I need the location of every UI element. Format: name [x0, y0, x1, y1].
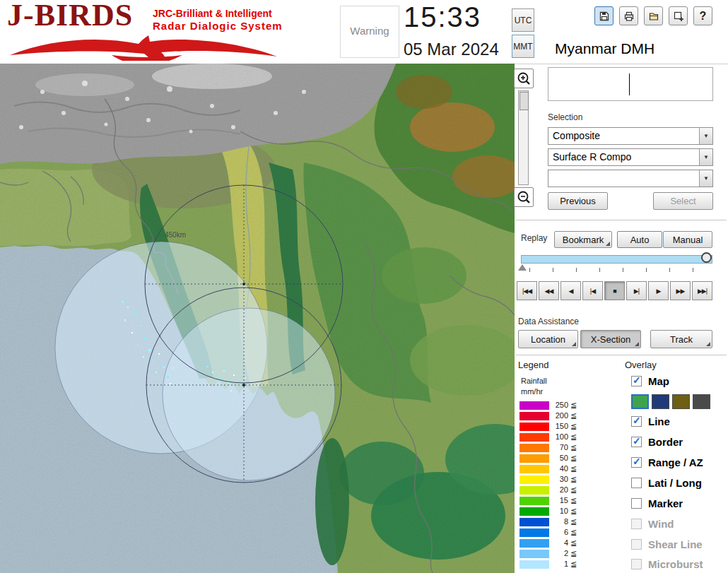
save-button[interactable] — [594, 6, 613, 25]
legend-section-label: Legend — [518, 360, 548, 370]
overlay-item-label: Wind — [648, 518, 674, 530]
lte-symbol: ≦ — [570, 411, 577, 420]
chevron-down-icon[interactable]: ▼ — [699, 128, 712, 144]
range-az-checkbox[interactable] — [631, 457, 642, 468]
composite-dropdown-value: Composite — [548, 128, 712, 144]
overlay-item-label: Shear Line — [648, 538, 703, 550]
legend-value: 100 — [548, 432, 568, 441]
data-assistance-label: Data Assistance — [518, 317, 579, 326]
legend-color-swatch — [519, 560, 549, 569]
time-slider-marker-icon[interactable] — [518, 264, 527, 271]
border-checkbox[interactable] — [631, 437, 642, 447]
legend-row: 100≦ — [519, 432, 590, 443]
message-textbox[interactable] — [548, 67, 713, 101]
playback-last-button[interactable]: ▶▶| — [692, 281, 712, 300]
legend-value: 10 — [548, 507, 568, 515]
playback-first-button[interactable]: |◀◀ — [517, 281, 537, 300]
clock-time: 15:33 — [404, 1, 481, 33]
playback-forward-button[interactable]: ▶▶ — [670, 281, 691, 300]
time-slider-handle[interactable] — [701, 252, 712, 263]
warning-label: Warning — [341, 25, 399, 37]
lte-symbol: ≦ — [570, 538, 577, 548]
track-button[interactable]: Track — [650, 330, 712, 348]
legend-value: 250 — [548, 401, 568, 409]
radar-map[interactable]: 450km — [0, 64, 515, 573]
legend-color-swatch — [519, 423, 549, 431]
lte-symbol: ≦ — [570, 401, 577, 410]
previous-button[interactable]: Previous — [548, 192, 608, 210]
selection-section-label: Selection — [548, 112, 582, 122]
mmt-toggle-button[interactable]: MMT — [512, 35, 534, 58]
time-slider[interactable] — [521, 255, 712, 264]
overlay-row-shear-line: Shear Line — [631, 538, 727, 553]
legend-color-swatch — [519, 401, 549, 410]
playback-step-forward-button[interactable]: ▶| — [626, 281, 647, 300]
playback-step-back-button[interactable]: |◀ — [582, 281, 603, 300]
auto-mode-button[interactable]: Auto — [617, 231, 662, 248]
map-style-swatch-green[interactable] — [631, 394, 649, 409]
replay-section-label: Replay — [521, 233, 547, 243]
zoom-slider[interactable] — [518, 90, 529, 185]
legend-color-swatch — [519, 528, 549, 537]
clock-date: 05 Mar 2024 — [404, 40, 499, 59]
zoom-in-button[interactable] — [514, 69, 534, 88]
legend-row: 10≦ — [519, 507, 590, 517]
overlay-item-label: Map — [648, 375, 669, 387]
legend-unit-line2: mm/hr — [521, 387, 543, 396]
legend-value: 150 — [548, 422, 568, 430]
map-style-swatch-navy[interactable] — [652, 394, 669, 409]
zoom-out-button[interactable] — [514, 187, 534, 207]
export-button[interactable] — [669, 6, 688, 25]
zoom-slider-thumb[interactable] — [519, 92, 529, 110]
overlay-item-label: Microburst — [648, 558, 703, 570]
location-button[interactable]: Location — [518, 330, 578, 348]
overlay-item-label: Border — [648, 436, 683, 448]
lte-symbol: ≦ — [570, 475, 577, 484]
open-folder-button[interactable] — [644, 6, 663, 25]
legend-value: 15 — [548, 496, 568, 504]
legend-color-swatch — [519, 412, 549, 420]
print-button[interactable] — [619, 6, 638, 25]
playback-stop-button[interactable]: ■ — [604, 281, 625, 300]
save-icon — [599, 11, 610, 22]
utc-toggle-button[interactable]: UTC — [512, 8, 534, 32]
terrain-map-image: 450km — [0, 64, 515, 573]
manual-mode-button[interactable]: Manual — [663, 231, 712, 248]
logo-tagline-1: JRC-Brilliant & Intelligent — [153, 8, 272, 19]
legend-value: 4 — [548, 538, 568, 547]
legend-value: 70 — [548, 443, 568, 451]
playback-play-button[interactable]: ▶ — [648, 281, 669, 300]
time-slider-ticks — [529, 268, 713, 272]
bookmark-button[interactable]: Bookmark — [554, 231, 612, 248]
help-button[interactable]: ? — [693, 6, 712, 25]
legend-value: 50 — [548, 454, 568, 462]
app-logo-title: J-BIRDS — [7, 0, 133, 33]
marker-checkbox[interactable] — [631, 498, 642, 509]
legend-row: 6≦ — [519, 528, 590, 538]
help-icon: ? — [700, 10, 707, 23]
map-checkbox[interactable] — [631, 376, 642, 386]
option-dropdown[interactable]: ▼ — [548, 170, 713, 187]
map-style-swatch-olive[interactable] — [672, 394, 690, 409]
legend-color-swatch — [519, 433, 549, 442]
product-dropdown-value: Surface R Compo — [548, 149, 712, 165]
overlay-section-label: Overlay — [625, 360, 657, 370]
playback-rewind-button[interactable]: ◀◀ — [539, 281, 559, 300]
line-checkbox[interactable] — [631, 416, 642, 427]
chevron-down-icon[interactable]: ▼ — [699, 170, 712, 187]
map-style-swatch-gray[interactable] — [693, 394, 710, 409]
eagle-logo-icon — [6, 34, 281, 61]
legend-row: 1≦ — [519, 560, 590, 570]
playback-reverse-button[interactable]: ◀ — [560, 281, 581, 300]
overlay-row-line: Line — [631, 415, 727, 430]
composite-dropdown[interactable]: Composite ▼ — [548, 127, 713, 145]
chevron-down-icon[interactable]: ▼ — [699, 149, 712, 165]
lte-symbol: ≦ — [570, 485, 577, 495]
legend-color-swatch — [519, 444, 549, 452]
product-dropdown[interactable]: Surface R Compo ▼ — [548, 148, 713, 166]
x-section-button[interactable]: X-Section — [580, 330, 641, 348]
legend-value: 40 — [548, 464, 568, 473]
legend-row: 4≦ — [519, 538, 590, 549]
select-button[interactable]: Select — [653, 192, 713, 210]
lati-long-checkbox[interactable] — [631, 478, 642, 488]
